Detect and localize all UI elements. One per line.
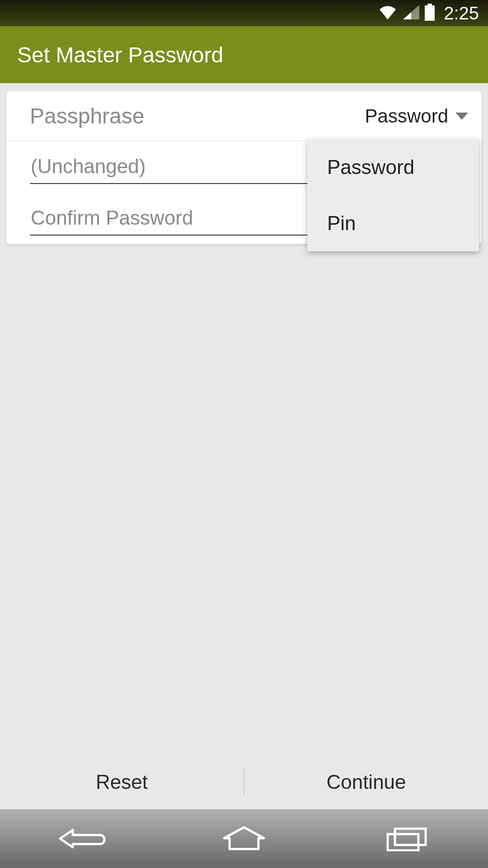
dropdown-option-password[interactable]: Password — [307, 139, 479, 195]
footer-buttons: Reset Continue — [0, 755, 488, 809]
passphrase-label: Passphrase — [30, 104, 144, 128]
chevron-down-icon — [455, 113, 468, 120]
password-type-spinner[interactable]: Password — [365, 105, 474, 127]
status-bar: 2:25 — [0, 0, 488, 26]
svg-rect-0 — [427, 4, 432, 5]
battery-icon — [424, 4, 436, 23]
status-clock: 2:25 — [444, 3, 479, 24]
app-bar: Set Master Password — [0, 26, 488, 83]
svg-rect-3 — [388, 834, 418, 850]
reset-button[interactable]: Reset — [0, 755, 244, 809]
page-title: Set Master Password — [17, 42, 223, 67]
svg-rect-1 — [425, 5, 435, 21]
back-button[interactable] — [54, 823, 108, 854]
content-area: Passphrase Password Password Pin — [0, 83, 488, 252]
dropdown-option-pin[interactable]: Pin — [307, 195, 479, 251]
spinner-selected-text: Password — [365, 105, 448, 127]
continue-button[interactable]: Continue — [244, 755, 488, 809]
password-type-dropdown: Password Pin — [307, 139, 479, 251]
home-button[interactable] — [217, 823, 271, 854]
recent-apps-button[interactable] — [380, 823, 434, 854]
signal-icon — [402, 4, 419, 22]
password-card: Passphrase Password Password Pin — [6, 91, 482, 244]
passphrase-row: Passphrase Password — [6, 91, 482, 141]
wifi-icon — [378, 4, 398, 22]
svg-rect-2 — [395, 829, 426, 845]
navigation-bar — [0, 809, 488, 868]
